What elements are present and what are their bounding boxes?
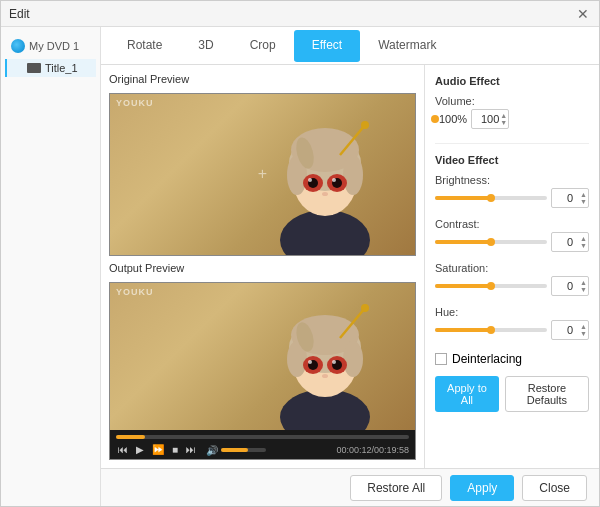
- saturation-thumb: [487, 282, 495, 290]
- settings-panel: Audio Effect Volume: 100%: [424, 65, 599, 468]
- volume-spinbox[interactable]: 100 ▲ ▼: [471, 109, 509, 129]
- saturation-slider-row: 0 ▲ ▼: [435, 276, 589, 296]
- contrast-spin-down[interactable]: ▼: [580, 242, 587, 249]
- close-button[interactable]: Close: [522, 475, 587, 501]
- brightness-spin-down[interactable]: ▼: [580, 198, 587, 205]
- watermark-output: YOUKU: [116, 287, 154, 297]
- output-preview: YOUKU: [109, 282, 416, 460]
- contrast-spinbox[interactable]: 0 ▲ ▼: [551, 232, 589, 252]
- svg-point-0: [280, 210, 370, 255]
- contrast-fill: [435, 240, 491, 244]
- svg-point-6: [343, 155, 363, 195]
- stop-button[interactable]: ■: [170, 444, 180, 456]
- right-panel: Rotate 3D Crop Effect Watermark Original…: [101, 27, 599, 506]
- contrast-val: 0: [567, 236, 573, 248]
- bottom-bar: Restore All Apply Close: [101, 468, 599, 506]
- output-video-area: YOUKU: [110, 283, 415, 430]
- window-close-button[interactable]: ✕: [575, 7, 591, 21]
- tab-3d[interactable]: 3D: [180, 30, 231, 62]
- saturation-spin-down[interactable]: ▼: [580, 286, 587, 293]
- original-preview: YOUKU +: [109, 93, 416, 256]
- svg-point-29: [308, 360, 312, 364]
- contrast-slider[interactable]: [435, 240, 547, 244]
- video-effect-title: Video Effect: [435, 154, 589, 166]
- saturation-spinbox[interactable]: 0 ▲ ▼: [551, 276, 589, 296]
- saturation-label: Saturation:: [435, 262, 589, 274]
- fast-forward-button[interactable]: ⏩: [150, 444, 166, 456]
- saturation-fill: [435, 284, 491, 288]
- volume-icon: 🔊: [206, 445, 218, 456]
- volume-slider-thumb: [431, 115, 439, 123]
- hue-slider[interactable]: [435, 328, 547, 332]
- saturation-slider[interactable]: [435, 284, 547, 288]
- saturation-val: 0: [567, 280, 573, 292]
- volume-spin-down[interactable]: ▼: [500, 119, 507, 126]
- edit-window: Edit ✕ My DVD 1 Title_1 Rotate 3D Crop E…: [0, 0, 600, 507]
- brightness-spin-up[interactable]: ▲: [580, 191, 587, 198]
- brightness-fill: [435, 196, 491, 200]
- hue-spin-down[interactable]: ▼: [580, 330, 587, 337]
- tab-effect[interactable]: Effect: [294, 30, 360, 62]
- svg-point-23: [343, 341, 363, 377]
- contrast-spin-up[interactable]: ▲: [580, 235, 587, 242]
- player-controls: ⏮ ▶ ⏩ ■ ⏭ 🔊: [110, 430, 415, 459]
- restore-defaults-button[interactable]: Restore Defaults: [505, 376, 589, 412]
- play-button[interactable]: ▶: [134, 444, 146, 456]
- svg-point-14: [322, 192, 328, 196]
- progress-bar-container[interactable]: [116, 433, 409, 441]
- apply-to-all-button[interactable]: Apply to All: [435, 376, 499, 412]
- tab-crop[interactable]: Crop: [232, 30, 294, 62]
- hue-spinbox[interactable]: 0 ▲ ▼: [551, 320, 589, 340]
- controls-row: ⏮ ▶ ⏩ ■ ⏭ 🔊: [116, 444, 409, 456]
- brightness-spinbox[interactable]: 0 ▲ ▼: [551, 188, 589, 208]
- volume-bar[interactable]: [221, 448, 266, 452]
- saturation-control: Saturation: 0 ▲ ▼: [435, 262, 589, 296]
- svg-point-13: [332, 178, 336, 182]
- sidebar-group: My DVD 1: [5, 35, 96, 57]
- sidebar-item-title1[interactable]: Title_1: [5, 59, 96, 77]
- sidebar-group-label: My DVD 1: [29, 40, 79, 52]
- brightness-slider-row: 0 ▲ ▼: [435, 188, 589, 208]
- deinterlacing-label: Deinterlacing: [452, 352, 522, 366]
- apply-restore-row: Apply to All Restore Defaults: [435, 376, 589, 412]
- play-next-button[interactable]: ⏭: [184, 444, 198, 456]
- hue-spin-up[interactable]: ▲: [580, 323, 587, 330]
- volume-pct-row: 100% 100 ▲ ▼: [435, 109, 589, 129]
- deinterlacing-checkbox[interactable]: [435, 353, 447, 365]
- video-icon: [27, 63, 41, 73]
- disc-icon: [11, 39, 25, 53]
- volume-spin-val: 100: [481, 113, 499, 125]
- audio-effect-title: Audio Effect: [435, 75, 589, 87]
- contrast-thumb: [487, 238, 495, 246]
- tab-watermark[interactable]: Watermark: [360, 30, 454, 62]
- volume-spin-arrows: ▲ ▼: [500, 110, 507, 128]
- window-title: Edit: [9, 7, 30, 21]
- volume-control: Volume: 100% 100: [435, 95, 589, 129]
- svg-point-31: [322, 374, 328, 378]
- restore-all-button[interactable]: Restore All: [350, 475, 442, 501]
- play-prev-button[interactable]: ⏮: [116, 444, 130, 456]
- brightness-val: 0: [567, 192, 573, 204]
- contrast-slider-row: 0 ▲ ▼: [435, 232, 589, 252]
- volume-spin-up[interactable]: ▲: [500, 112, 507, 119]
- volume-pct-label: 100%: [439, 113, 467, 125]
- contrast-control: Contrast: 0 ▲ ▼: [435, 218, 589, 252]
- anime-character-original: [235, 95, 415, 255]
- anime-character-output: [235, 285, 415, 430]
- brightness-spin-arrows: ▲ ▼: [580, 189, 587, 207]
- contrast-spin-arrows: ▲ ▼: [580, 233, 587, 251]
- apply-button[interactable]: Apply: [450, 475, 514, 501]
- title-bar: Edit ✕: [1, 1, 599, 27]
- svg-point-12: [308, 178, 312, 182]
- progress-bar-fill: [116, 435, 145, 439]
- divider-1: [435, 143, 589, 144]
- brightness-slider[interactable]: [435, 196, 547, 200]
- output-preview-label: Output Preview: [109, 262, 416, 274]
- hue-control: Hue: 0 ▲ ▼: [435, 306, 589, 340]
- saturation-spin-arrows: ▲ ▼: [580, 277, 587, 295]
- saturation-spin-up[interactable]: ▲: [580, 279, 587, 286]
- tab-rotate[interactable]: Rotate: [109, 30, 180, 62]
- deinterlacing-row: Deinterlacing: [435, 352, 589, 366]
- svg-point-16: [361, 121, 369, 129]
- svg-point-33: [361, 304, 369, 312]
